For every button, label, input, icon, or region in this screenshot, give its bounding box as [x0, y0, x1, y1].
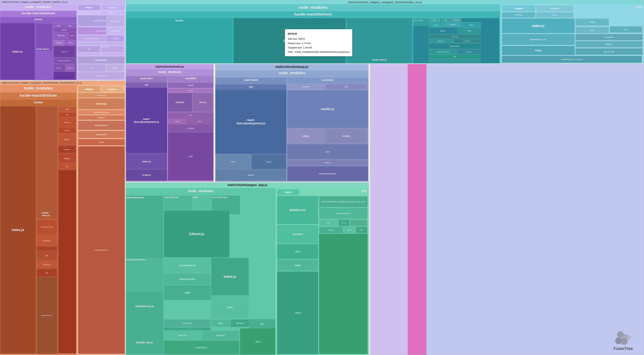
navbar-lucide-label: lucide-react/dist/esm — [22, 12, 55, 15]
app-indexjs-block: index.js — [211, 258, 249, 295]
navbarmobile-icons-label: icons — [34, 100, 43, 104]
app-bundle-label: bundle-mjs.js — [136, 341, 153, 344]
bottomnav-indexesmmjs-src-block: index.esm.mjs — [575, 48, 642, 55]
app-i18nextjs-block: i18next.js — [164, 210, 230, 257]
bottomnav-imasktoolbar-block: imask/esm — [451, 18, 461, 22]
main-react-block: react — [168, 132, 214, 180]
bottomnav-right-blocks: pizza.js target next dist imask/esm inde… — [413, 18, 499, 63]
app-bundlemjs-block: bundle-mjs.js — [126, 331, 163, 354]
app-right-blocks: static/chunks/widgets_navigation_MainPos… — [319, 196, 368, 354]
navbar-masked-block: imask/esm — [54, 46, 75, 57]
app-nodemodulenext-block: node_modules/next — [319, 208, 368, 219]
app-indexjs-label: index.js — [224, 275, 236, 279]
bottomnav-radix-src-block: @radix-ui — [575, 41, 642, 48]
bottomnav-radix-block: @radix-ui — [429, 39, 453, 43]
main-node-modules-label: node_modules — [158, 70, 182, 74]
amp-scriptjs2-block: script.js — [325, 128, 367, 144]
navbarmobile-panel: static/chunks/src_widgets_navigation_Nav… — [0, 81, 125, 355]
navbar-hooks-block: hooks — [106, 64, 124, 72]
navbarmobile-lucide-label: lucide-react/dist/esm — [20, 93, 57, 98]
amp-nextdist-block: next/dist sharedlib route router.js util… — [287, 78, 368, 181]
tooltip-title: pizza.js — [288, 31, 350, 36]
app-styles-block: styles — [277, 189, 300, 196]
navbar-indexesmmjs-block: index.esm.js — [78, 56, 124, 64]
app-mixpanelcjs-block: mixpanel.cjs.js — [126, 292, 163, 320]
main-panel: static/chunks/main.js node_modules react… — [126, 64, 214, 182]
navbar-lucide-block: lucide-react/dist/esm icons index.js luc… — [0, 11, 76, 80]
navbar-node-modules: node_modules lucide-react/dist/esm icons… — [0, 4, 76, 80]
app-next-block: next — [164, 285, 211, 300]
bottomnav-src: src widgets navigation imask/esm index.j… — [501, 4, 644, 64]
main-nextdist-label: next/dist — [185, 77, 196, 80]
bottomnav-pizzajs-block[interactable]: pizza.js target — [413, 18, 428, 26]
bottomnav-imask-src-block: imask/esm — [502, 12, 536, 18]
foamtree-hexagons-icon — [614, 330, 632, 346]
app-dots-block: ... — [164, 328, 211, 330]
navbar-node-modules-label: node_modules — [25, 5, 52, 9]
bottomnav-tslib2-block: tslib — [429, 54, 480, 58]
app-bottom-blocks: ... — [319, 234, 368, 354]
app-router-block: router — [338, 220, 350, 226]
bottomnav-widgets-block: widgets — [502, 5, 536, 12]
extra-left-col — [370, 64, 426, 355]
navbar-lucide-react-block: lucide-react.js — [36, 23, 52, 51]
bottomnav-lucide-react-block: lucide-react.js — [347, 18, 412, 63]
bottomnav-utiljs-src-block: util.js — [575, 27, 609, 33]
navbar-tslib-block: tslib — [78, 46, 100, 52]
navbarmobile-widgets-block: widgets — [78, 86, 100, 92]
app-mixpanel-dist-block: mixpanel-browserdist — [126, 258, 163, 292]
main-cjs-block: cjs react-dom.development.js index.js sc… — [126, 82, 167, 181]
app-more2-block: ... — [350, 220, 367, 226]
app-services-block: services — [277, 225, 318, 244]
navbar-bottom-blocks: base.js number.js — [54, 64, 75, 80]
navbarmobile-node-modules: node_modules lucide-react/dist/esm icons… — [0, 85, 76, 354]
amp-routerjs2-block: router.js — [215, 170, 286, 180]
main-schedule-block: schedule — [168, 124, 214, 132]
app-utilsjs-block: utils.js — [344, 227, 355, 233]
navbarmobile-indexmjs-src-block: index.mjs — [78, 98, 125, 110]
app-axios-block: axios — [250, 319, 275, 328]
app-apptsx-block: _app.tsx — [277, 272, 318, 354]
bottomnav-hooks-src-block: hooks — [502, 46, 575, 55]
app-rdpcss-block: react-datepicker.css — [164, 258, 211, 273]
app-pages-block: pages — [277, 260, 318, 271]
navbarmobile-martine-src-block: @martine/hooks/esm — [78, 110, 125, 115]
amp-reactdom-label: react-dom — [244, 78, 258, 82]
bottomnav-imask2-block: imask/esm — [454, 39, 480, 43]
bottomnav-components-src-block: components — [575, 34, 642, 40]
navbarmobile-tslib-block: tslib — [37, 251, 57, 260]
navbar-dotdot-block: ... — [78, 42, 124, 45]
amp-node-modules-label: node_modules — [279, 71, 305, 75]
bottomnav-node-modules-label: node_modules — [298, 5, 328, 10]
navbar-signinmodal-block: SignInModal.tsx — [106, 16, 124, 27]
navbar-icons-block: icons index.js lucide-react.js next d — [0, 17, 76, 80]
amp-more-blocks: utils.js script.js router.js — [215, 154, 286, 180]
navbarmobile-lucide-block: lucide-react/dist/esm icons index.js luc… — [0, 92, 76, 354]
navbarmobile-tslibesm-block: tslib.esm.mjs — [37, 261, 57, 268]
bottomnav-reacthook2-block: react-hook-formist — [429, 50, 457, 54]
navbar-next-block: next — [54, 23, 64, 28]
tooltip-gzipped-size: Gzipped size: 1.48 KB — [288, 46, 350, 50]
navbarmobile-lucide-react-block: lucide-react.js — [37, 106, 57, 219]
main-indexjs2-block: index.js — [187, 118, 213, 124]
app-dist-block: dist — [319, 220, 338, 226]
bottomnav-dist-block: dist — [441, 18, 450, 22]
main-indexjs-block: index.js — [126, 154, 167, 169]
bottomnav-imagejs2-block: image.js — [444, 22, 462, 27]
navbar-weekendislink-block: weekendisLink.ts — [78, 72, 124, 80]
navbarmobile-yup-block: yup — [37, 269, 57, 276]
navbar-src: src widgets navigation NavBar.tsx MacCol… — [77, 4, 125, 80]
navbar-proptypes-block: prop-types — [106, 35, 124, 42]
navbar-utiljs-block: util.js — [69, 32, 76, 39]
navbar-init-block: init — [78, 53, 124, 56]
amp-node-modules: node_modules react-dom cjs react-dom.dev… — [215, 70, 368, 182]
bottomnav-indexesmjs-block: index.esm.js — [429, 44, 480, 49]
amp-routerjs-label: router.js — [321, 107, 334, 111]
navbar-widgets-label: widgets — [85, 6, 93, 8]
main-reactdomdev-label: react-dom.development.js — [134, 118, 159, 124]
app-styles-label: styles — [285, 191, 292, 194]
app-globals-label: globals.css — [290, 208, 306, 212]
navbarmobile-basejs-block: base.js — [58, 134, 76, 145]
amp-utiljs2-block: utils.js — [287, 128, 324, 144]
main-node-modules: node_modules react-dom cjs react-dom.dev… — [126, 70, 214, 182]
